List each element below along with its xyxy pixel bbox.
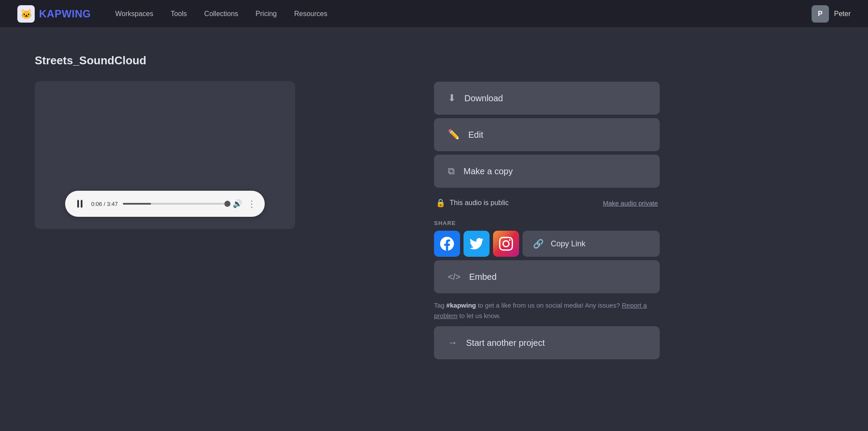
edit-button[interactable]: ✏️ Edit bbox=[434, 118, 660, 151]
tag-suffix: to let us know. bbox=[457, 312, 500, 319]
avatar[interactable]: P bbox=[812, 5, 829, 23]
audio-controls: 0:06 / 3:47 🔊 ⋮ bbox=[65, 191, 265, 217]
copy-icon: ⧉ bbox=[448, 166, 455, 177]
link-icon: 🔗 bbox=[533, 239, 544, 249]
download-button[interactable]: ⬇ Download bbox=[434, 82, 660, 115]
make-copy-label: Make a copy bbox=[464, 166, 513, 176]
edit-label: Edit bbox=[468, 130, 483, 140]
pause-icon bbox=[77, 200, 82, 208]
embed-icon: </> bbox=[448, 272, 460, 282]
logo-icon: 🐱 bbox=[17, 5, 35, 23]
logo[interactable]: 🐱 KAPWING bbox=[17, 5, 91, 23]
media-section: Streets_SoundCloud 0:06 / 3:47 bbox=[35, 54, 408, 229]
nav-tools[interactable]: Tools bbox=[164, 7, 194, 21]
tag-prefix: Tag bbox=[434, 302, 446, 309]
download-label: Download bbox=[464, 93, 503, 103]
facebook-icon bbox=[440, 237, 454, 251]
copy-link-label: Copy Link bbox=[551, 239, 585, 249]
time-display: 0:06 / 3:47 bbox=[91, 201, 118, 207]
more-options-icon[interactable]: ⋮ bbox=[247, 199, 256, 209]
make-private-link[interactable]: Make audio private bbox=[603, 199, 658, 207]
privacy-text: This audio is public bbox=[450, 199, 509, 207]
instagram-share-button[interactable] bbox=[493, 231, 519, 257]
twitter-icon bbox=[470, 237, 483, 251]
nav-workspaces[interactable]: Workspaces bbox=[108, 7, 161, 21]
tag-info-text: Tag #kapwing to get a like from us on so… bbox=[434, 300, 660, 321]
instagram-icon bbox=[499, 237, 513, 251]
nav-pricing[interactable]: Pricing bbox=[249, 7, 284, 21]
main-nav: Workspaces Tools Collections Pricing Res… bbox=[108, 7, 812, 21]
copy-link-button[interactable]: 🔗 Copy Link bbox=[523, 231, 660, 257]
pause-button[interactable] bbox=[74, 198, 86, 210]
svg-text:🐱: 🐱 bbox=[20, 8, 33, 20]
arrow-right-icon: → bbox=[448, 337, 457, 348]
user-area: P Peter bbox=[812, 5, 851, 23]
progress-bar[interactable] bbox=[123, 203, 227, 205]
nav-resources[interactable]: Resources bbox=[287, 7, 334, 21]
make-copy-button[interactable]: ⧉ Make a copy bbox=[434, 155, 660, 188]
twitter-share-button[interactable] bbox=[464, 231, 490, 257]
logo-text: KAPWING bbox=[39, 8, 91, 20]
facebook-share-button[interactable] bbox=[434, 231, 460, 257]
progress-fill bbox=[123, 203, 151, 205]
username-label: Peter bbox=[834, 10, 851, 18]
audio-player-container: 0:06 / 3:47 🔊 ⋮ bbox=[35, 81, 295, 229]
start-project-button[interactable]: → Start another project bbox=[434, 326, 660, 359]
nav-collections[interactable]: Collections bbox=[197, 7, 245, 21]
embed-label: Embed bbox=[469, 272, 496, 282]
tag-middle: to get a like from us on social media! A… bbox=[476, 302, 622, 309]
project-title: Streets_SoundCloud bbox=[35, 54, 408, 67]
start-project-label: Start another project bbox=[466, 338, 545, 348]
download-icon: ⬇ bbox=[448, 93, 456, 104]
lock-icon: 🔒 bbox=[436, 198, 445, 208]
action-panel: ⬇ Download ✏️ Edit ⧉ Make a copy 🔒 This … bbox=[434, 54, 660, 359]
progress-thumb bbox=[224, 201, 230, 207]
edit-icon: ✏️ bbox=[448, 129, 460, 140]
privacy-row: 🔒 This audio is public Make audio privat… bbox=[434, 191, 660, 215]
tag-hashtag: #kapwing bbox=[446, 302, 476, 309]
volume-icon[interactable]: 🔊 bbox=[233, 199, 242, 209]
share-label: SHARE bbox=[434, 220, 660, 226]
share-row: 🔗 Copy Link bbox=[434, 231, 660, 257]
embed-button[interactable]: </> Embed bbox=[434, 260, 660, 293]
